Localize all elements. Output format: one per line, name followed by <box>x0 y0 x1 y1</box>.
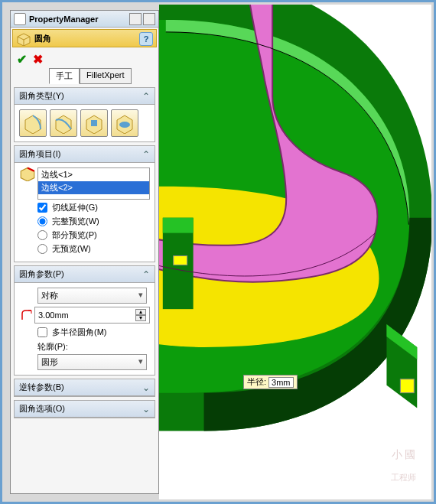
radio-partial-preview[interactable] <box>37 230 47 240</box>
list-item[interactable]: 边线<1> <box>38 168 149 181</box>
tab-manual[interactable]: 手工 <box>49 68 80 84</box>
list-item[interactable]: 边线<2> <box>38 181 149 194</box>
watermark: 小 國 工程师 <box>391 449 416 484</box>
radius-callout-label: 半径: <box>247 376 266 388</box>
section-fillet-type-header[interactable]: 圆角类型(Y) ⌃ <box>15 88 155 105</box>
spin-down[interactable]: ▾ <box>135 315 146 321</box>
feature-header: 圆角 ? <box>12 29 157 47</box>
edge-list[interactable]: 边线<1> 边线<2> <box>37 167 150 200</box>
svg-rect-1 <box>163 218 194 233</box>
property-manager-panel: PropertyManager 圆角 ? ✔ ✖ 手工 FilletXpert … <box>10 10 159 494</box>
chevron-up-icon: ⌃ <box>142 149 150 160</box>
pm-close-button[interactable] <box>143 13 155 25</box>
section-fillet-items-header[interactable]: 圆角项目(I) ⌃ <box>15 146 155 163</box>
pm-header: PropertyManager <box>11 11 158 28</box>
svg-rect-4 <box>91 120 97 126</box>
pm-pin-button[interactable] <box>129 13 142 25</box>
chevron-up-icon: ⌃ <box>142 91 150 102</box>
symmetry-select[interactable]: 对称 <box>37 288 147 304</box>
radio-no-preview[interactable] <box>37 244 47 254</box>
edge-selection-icon <box>19 164 36 181</box>
fillet-type-full[interactable] <box>111 109 138 137</box>
chevron-down-icon: ⌄ <box>142 404 150 415</box>
radius-input[interactable]: 3.00mm ▴▾ <box>34 307 150 324</box>
section-fillet-items: 圆角项目(I) ⌃ 边线<1> 边线<2> 切线延伸(G) 完整预览(W) 部分… <box>14 145 155 262</box>
model-viewport[interactable]: 小 國 工程师 <box>159 5 431 499</box>
checkbox-multi-radius[interactable] <box>37 327 47 337</box>
fillet-type-variable[interactable] <box>50 109 77 137</box>
section-reverse-params-header[interactable]: 逆转参数(B) ⌄ <box>15 379 155 396</box>
pm-panel-icon <box>14 13 26 25</box>
radius-callout[interactable]: 半径: 3mm <box>243 375 298 389</box>
section-fillet-options-header[interactable]: 圆角选项(O) ⌄ <box>15 401 155 418</box>
chevron-down-icon: ⌄ <box>142 382 150 393</box>
checkbox-tangent-propagation[interactable] <box>37 203 47 213</box>
section-reverse-params: 逆转参数(B) ⌄ <box>14 379 155 397</box>
ok-button[interactable]: ✔ <box>17 52 27 67</box>
fillet-icon <box>16 31 31 46</box>
fillet-type-constant[interactable] <box>19 109 47 137</box>
svg-rect-2 <box>174 255 187 265</box>
radio-full-preview[interactable] <box>37 216 47 226</box>
help-button[interactable]: ? <box>139 32 153 46</box>
tab-filletxpert[interactable]: FilletXpert <box>80 68 132 84</box>
fillet-type-face[interactable] <box>80 109 108 137</box>
profile-select[interactable]: 圆形 <box>37 354 147 370</box>
chevron-up-icon: ⌃ <box>142 269 150 280</box>
section-fillet-params-header[interactable]: 圆角参数(P) ⌃ <box>15 266 155 283</box>
section-fillet-options: 圆角选项(O) ⌄ <box>14 400 155 418</box>
section-fillet-type: 圆角类型(Y) ⌃ <box>14 87 155 142</box>
profile-label: 轮廓(P): <box>37 341 150 353</box>
svg-rect-3 <box>400 379 414 393</box>
cancel-button[interactable]: ✖ <box>33 52 43 67</box>
section-fillet-params: 圆角参数(P) ⌃ 对称 3.00mm ▴▾ 多半径圆角(M) 轮廓(P): 圆… <box>14 265 155 376</box>
radius-icon <box>19 310 34 320</box>
pm-title: PropertyManager <box>29 15 128 24</box>
radius-callout-value[interactable]: 3mm <box>268 377 293 388</box>
svg-point-5 <box>119 122 130 128</box>
feature-title: 圆角 <box>34 33 51 44</box>
